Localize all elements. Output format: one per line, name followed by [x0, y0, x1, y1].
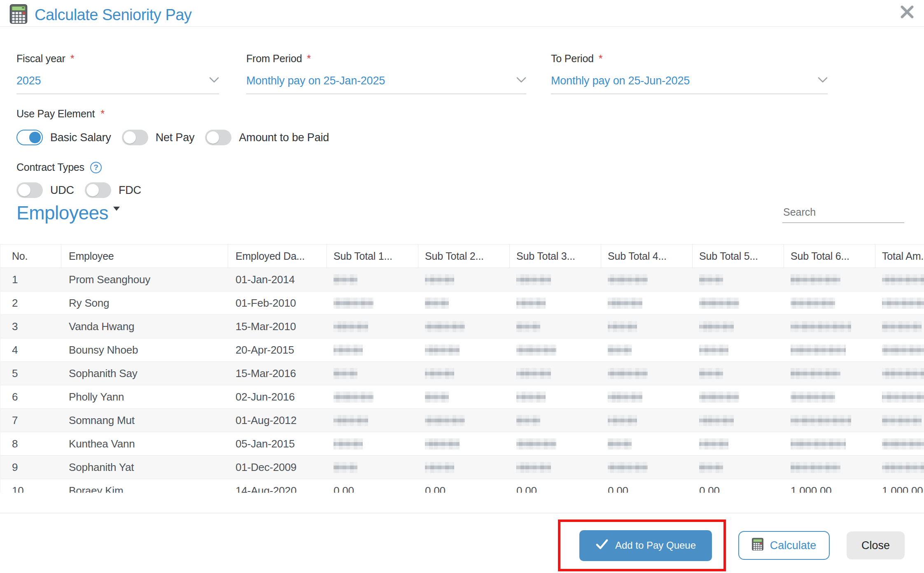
redacted-value — [608, 321, 637, 332]
cell-sub-total-3 — [510, 432, 601, 455]
cell-sub-total-6 — [784, 362, 875, 385]
cell-total-amount: 0 — [875, 291, 924, 314]
redacted-value — [334, 298, 373, 309]
toggle-knob — [124, 131, 136, 144]
add-to-pay-queue-button[interactable]: Add to Pay Queue — [579, 530, 712, 561]
check-icon — [595, 538, 609, 552]
net-pay-toggle[interactable] — [122, 130, 148, 145]
partial-table-row[interactable]: 10Boraey Kim14-Aug-20200.000.000.000.000… — [0, 479, 924, 493]
chevron-down-icon — [818, 77, 828, 85]
redacted-value — [882, 462, 924, 473]
page-title: Calculate Seniority Pay — [35, 6, 191, 24]
calculate-button[interactable]: Calculate — [738, 531, 830, 560]
fiscal-year-field: Fiscal year* 2025 — [16, 53, 219, 94]
basic-salary-toggle-label: Basic Salary — [50, 131, 111, 144]
cell-sub-total-5 — [693, 409, 784, 432]
close-icon[interactable] — [899, 4, 915, 20]
redacted-value — [608, 274, 648, 285]
cell-sub-total-6 — [784, 432, 875, 455]
cell-sub-total-2 — [418, 456, 510, 479]
table-row[interactable]: 9Sophanith Yat01-Dec-20090 — [0, 456, 924, 479]
redacted-value — [791, 415, 851, 426]
cell-total-amount: 1,000.00 — [875, 479, 924, 493]
redacted-value — [516, 345, 556, 356]
redacted-value — [425, 321, 465, 332]
footer-buttons: Add to Pay Queue Calculate — [558, 519, 905, 571]
redacted-value — [882, 274, 924, 285]
help-icon[interactable]: ? — [90, 162, 102, 173]
from-period-value: Monthly pay on 25-Jan-2025 — [246, 75, 385, 87]
fiscal-year-value: 2025 — [16, 75, 41, 87]
cell-sub-total-1 — [327, 315, 418, 338]
redacted-value — [791, 391, 835, 403]
employees-heading-dropdown[interactable]: Employees — [16, 203, 120, 223]
redacted-value — [334, 438, 363, 450]
cell-employed-date: 05-Jan-2015 — [228, 432, 327, 455]
close-button[interactable]: Close — [847, 531, 905, 559]
cell-total-amount: 0 — [875, 362, 924, 385]
column-header-sub-total-1: Sub Total 1... — [327, 245, 418, 268]
cell-employee: Boraey Kim — [61, 479, 228, 493]
cell-sub-total-6 — [784, 315, 875, 338]
redacted-value — [425, 368, 454, 379]
cell-sub-total-5: 0.00 — [693, 479, 784, 493]
cell-sub-total-2 — [418, 338, 510, 361]
redacted-value — [334, 462, 357, 473]
calculator-icon — [9, 4, 28, 26]
table-row[interactable]: 8Kunthea Vann05-Jan-2015 — [0, 432, 924, 456]
table-header-row: No.EmployeeEmployed Da...Sub Total 1...S… — [0, 244, 924, 268]
column-header-sub-total-6: Sub Total 6... — [784, 245, 875, 268]
cell-total-amount — [875, 409, 924, 432]
search-input[interactable] — [782, 204, 904, 223]
table-row[interactable]: 4Bounsy Nhoeb20-Apr-2015 — [0, 338, 924, 362]
table-row[interactable]: 1Prom Seanghouy01-Jan-20140 — [0, 268, 924, 291]
cell-sub-total-1 — [327, 338, 418, 361]
toggle-knob — [18, 184, 30, 196]
redacted-value — [699, 415, 734, 426]
use-pay-element-label: Use Pay Element — [16, 108, 95, 120]
from-period-label: From Period* — [246, 53, 526, 65]
udc-toggle[interactable] — [16, 182, 43, 198]
cell-sub-total-3 — [510, 315, 601, 338]
cell-sub-total-3 — [510, 409, 601, 432]
table-row[interactable]: 5Sophanith Say15-Mar-20160 — [0, 362, 924, 385]
to-period-label: To Period* — [551, 53, 828, 65]
employees-heading: Employees — [16, 203, 108, 223]
cell-sub-total-3 — [510, 338, 601, 361]
fdc-toggle[interactable] — [85, 182, 111, 198]
basic-salary-toggle[interactable] — [16, 130, 43, 145]
redacted-value — [334, 274, 357, 285]
amount-to-be-paid-toggle[interactable] — [205, 130, 231, 145]
cell-no: 9 — [0, 456, 61, 479]
to-period-select[interactable]: Monthly pay on 25-Jun-2025 — [551, 75, 828, 94]
udc-toggle-label: UDC — [50, 184, 74, 197]
redacted-value — [608, 415, 637, 426]
cell-no: 10 — [0, 479, 61, 493]
cell-no: 8 — [0, 432, 61, 455]
table-row[interactable]: 2Ry Song01-Feb-20100 — [0, 291, 924, 315]
redacted-value — [791, 438, 846, 450]
from-period-select[interactable]: Monthly pay on 25-Jan-2025 — [246, 75, 526, 94]
cell-employee: Vanda Hwang — [61, 315, 228, 338]
cell-employed-date: 20-Apr-2015 — [228, 338, 327, 361]
fiscal-year-select[interactable]: 2025 — [16, 75, 219, 94]
redacted-value — [791, 345, 846, 356]
cell-total-amount: 0 — [875, 268, 924, 291]
table-row[interactable]: 7Somnang Mut01-Aug-2012 — [0, 409, 924, 432]
cell-sub-total-5 — [693, 291, 784, 314]
redacted-value — [882, 368, 924, 379]
column-header-sub-total-4: Sub Total 4... — [601, 245, 693, 268]
table-row[interactable]: 3Vanda Hwang15-Mar-2010 — [0, 315, 924, 338]
employees-bar: Employees — [16, 203, 904, 223]
cell-sub-total-4 — [601, 315, 693, 338]
cell-employee: Pholly Yann — [61, 385, 228, 408]
cell-sub-total-3 — [510, 268, 601, 291]
cell-total-amount — [875, 385, 924, 408]
cell-sub-total-4: 0.00 — [601, 479, 693, 493]
redacted-value — [516, 368, 551, 379]
cell-sub-total-2 — [418, 385, 510, 408]
table-row-partial: 10Boraey Kim14-Aug-20200.000.000.000.000… — [0, 479, 924, 493]
cell-employee: Bounsy Nhoeb — [61, 338, 228, 361]
redacted-value — [516, 415, 540, 426]
table-row[interactable]: 6Pholly Yann02-Jun-2016 — [0, 385, 924, 409]
